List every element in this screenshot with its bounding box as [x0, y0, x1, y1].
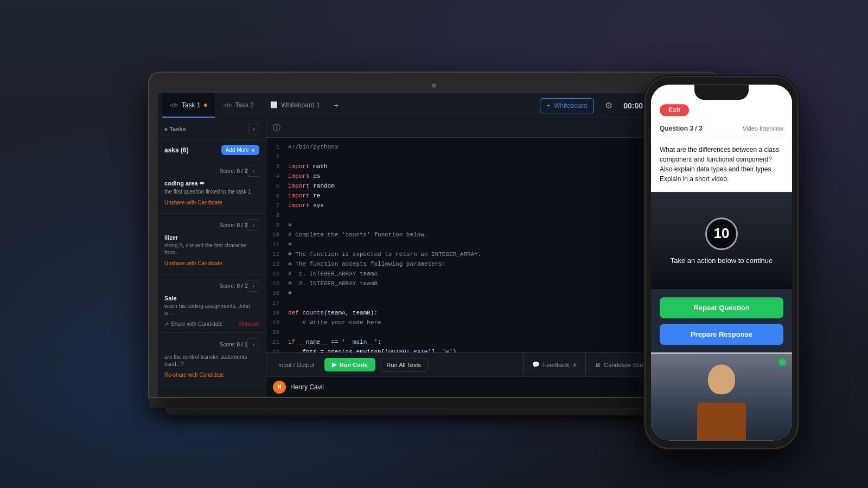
code-icon-task2: </>	[224, 102, 232, 108]
gear-icon: ⚙	[605, 100, 612, 111]
laptop-camera	[432, 84, 436, 88]
sidebar-header: e Tasks ‹	[158, 118, 266, 140]
repeat-question-button[interactable]: Repeat Question	[660, 297, 783, 318]
task3-score: 0 / 1	[237, 283, 247, 289]
chevron-down-icon: ∨	[251, 147, 255, 153]
code-line-12: 12 # The function is expected to return …	[266, 249, 710, 259]
phone-action-buttons: Repeat Question Prepare Response	[651, 290, 792, 352]
camera-active-dot	[779, 359, 786, 365]
settings-button[interactable]: ⚙	[601, 98, 617, 114]
tab-task2[interactable]: </> Task 2	[216, 93, 262, 118]
question-counter: Question 3 / 3	[660, 125, 703, 132]
countdown-circle: 10	[705, 217, 738, 250]
task-item-2: Score: 0 / 2 › ilizer string S, convert …	[158, 214, 266, 274]
code-line-13: 13 # The function accepts following para…	[266, 259, 710, 269]
task4-score-label: Score:	[220, 342, 237, 348]
person-head	[708, 364, 735, 394]
task2-unshare-button[interactable]: Unshare with Candidate	[164, 260, 259, 266]
collapse-sidebar-button[interactable]: ‹	[248, 124, 259, 134]
action-message: Take an action below to continue	[671, 256, 773, 265]
bottom-bar: Input / Output ▶ Run Code Run All Tests …	[266, 352, 710, 376]
monitor-icon: 🖥	[595, 362, 601, 368]
question-type: Video Interview	[743, 125, 783, 132]
add-tab-button[interactable]: +	[329, 98, 344, 113]
task1-unshare-button[interactable]: Unshare with Candidate	[164, 200, 259, 206]
run-all-tests-button[interactable]: Run All Tests	[380, 358, 428, 372]
code-line-7: 7 import sys	[266, 201, 710, 210]
tab-whiteboard1[interactable]: ⬜ Whiteboard 1	[263, 93, 327, 118]
app-ui: </> Task 1 </> Task 2 ⬜ Whiteboard 1	[158, 93, 710, 397]
code-line-6: 6 import re	[266, 191, 710, 201]
code-editor[interactable]: 1 #!/bin/python3 2 3 import math	[266, 138, 710, 352]
phone-bezel: Exit Question 3 / 3 Video Interview What…	[646, 77, 797, 448]
remove-button[interactable]: Remove	[239, 321, 259, 327]
code-line-9: 9 #	[266, 220, 710, 230]
code-line-4: 4 import os	[266, 171, 710, 181]
tab-task1-label: Task 1	[182, 101, 201, 109]
code-line-14: 14 # 1. INTEGER_ARRAY teamA	[266, 269, 710, 279]
input-output-button[interactable]: Input / Output	[273, 358, 320, 371]
code-line-5: 5 import random	[266, 181, 710, 191]
code-line-2: 2	[266, 152, 710, 162]
task4-expand-button[interactable]: ›	[247, 338, 259, 350]
code-line-19: 19 # Write your code here	[266, 318, 710, 328]
tab-task2-label: Task 2	[235, 101, 254, 109]
phone-notch	[694, 85, 749, 100]
user-avatar: H	[273, 381, 286, 394]
countdown-number: 10	[714, 225, 730, 242]
code-toolbar: ⓘ Python ∨	[266, 118, 710, 138]
whiteboard-button[interactable]: + Whiteboard	[540, 98, 594, 113]
feedback-button[interactable]: 💬 Feedback ∧	[523, 353, 586, 377]
task2-desc: string S, convert the first character fr…	[164, 242, 259, 256]
whiteboard-icon: +	[547, 102, 551, 110]
task1-score: 0 / 2	[237, 168, 247, 174]
code-line-18: 18 def counts(teamA, teamB):	[266, 308, 710, 318]
phone-video-section: 10 Take an action below to continue	[651, 192, 792, 290]
task1-score-row: Score: 0 / 2 ›	[164, 165, 259, 177]
phone-question-text: What are the differences between a class…	[651, 137, 792, 192]
tasks-count: asks (6)	[164, 146, 189, 154]
code-line-1: 1 #!/bin/python3	[266, 142, 710, 152]
phone-screen: Exit Question 3 / 3 Video Interview What…	[651, 85, 792, 440]
prepare-response-button[interactable]: Prepare Response	[660, 324, 783, 345]
code-icon-task1: </>	[170, 102, 178, 108]
share-label: Share with Candidate	[171, 321, 223, 327]
laptop-bottom	[165, 408, 703, 415]
info-button[interactable]: ⓘ	[273, 123, 280, 133]
video-overlay: 10 Take an action below to continue	[651, 192, 792, 290]
code-line-22: 22 fptr = open(os.environ['OUTPUT_PATH']…	[266, 347, 710, 352]
camera-person	[651, 354, 792, 440]
task-item-4: Score: 0 / 1 › are the control transfer …	[158, 333, 266, 386]
task4-score-row: Score: 0 / 1 ›	[164, 338, 259, 350]
code-line-8: 8	[266, 210, 710, 220]
task3-expand-button[interactable]: ›	[247, 280, 259, 292]
share-candidate-button[interactable]: ↗ Share with Candidate	[164, 321, 223, 327]
task4-reshare-button[interactable]: Re-share with Candidate	[164, 372, 259, 378]
task2-score: 0 / 2	[237, 222, 247, 228]
task2-name: ilizer	[164, 234, 259, 241]
task3-score-row: Score: 0 / 1 ›	[164, 280, 259, 292]
task1-score-label: Score:	[220, 168, 237, 174]
feedback-icon: 💬	[532, 361, 540, 368]
task-item-3: Score: 0 / 1 › Sale ween his coding assi…	[158, 274, 266, 333]
scene: </> Task 1 </> Task 2 ⬜ Whiteboard 1	[0, 0, 868, 488]
exit-button[interactable]: Exit	[660, 104, 689, 116]
laptop-screen: </> Task 1 </> Task 2 ⬜ Whiteboard 1	[158, 93, 710, 397]
task3-name: Sale	[164, 295, 259, 301]
task2-score-row: Score: 0 / 2 ›	[164, 219, 259, 231]
run-code-button[interactable]: ▶ Run Code	[324, 358, 375, 371]
task1-expand-button[interactable]: ›	[247, 165, 259, 177]
task4-score: 0 / 1	[237, 342, 247, 348]
code-line-20: 20	[266, 328, 710, 337]
task2-expand-button[interactable]: ›	[247, 219, 259, 231]
run-code-label: Run Code	[340, 362, 368, 368]
add-more-label: Add More	[226, 147, 249, 153]
top-bar: </> Task 1 </> Task 2 ⬜ Whiteboard 1	[158, 93, 710, 118]
task1-name: coding area ✏	[164, 180, 259, 187]
laptop: </> Task 1 </> Task 2 ⬜ Whiteboard 1	[149, 73, 719, 415]
candidate-screen-label: Candidate Screen	[604, 362, 652, 368]
play-icon: ▶	[332, 361, 336, 368]
tab-task1[interactable]: </> Task 1	[162, 93, 215, 118]
add-more-button[interactable]: Add More ∨	[221, 145, 259, 155]
sidebar-title: e Tasks	[164, 126, 186, 132]
